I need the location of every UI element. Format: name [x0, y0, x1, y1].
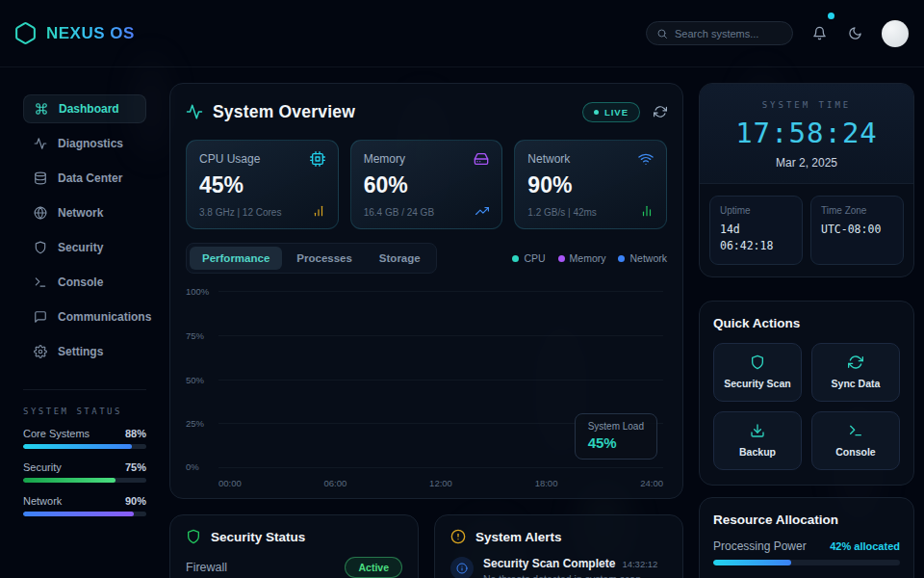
- hexagon-logo-icon: [13, 21, 38, 45]
- stat-sub: 1.2 GB/s | 42ms: [527, 207, 597, 218]
- uptime-box: Uptime 14d 06:42:18: [709, 196, 803, 265]
- stat-label: Memory: [364, 152, 405, 166]
- tab-processes[interactable]: Processes: [284, 247, 365, 270]
- stat-sub: 16.4 GB / 24 GB: [364, 207, 434, 218]
- sidebar-item-label: Diagnostics: [58, 137, 123, 150]
- performance-chart[interactable]: 100% 75% 50% 25% 0% 00:00 06:00 12:00 18…: [186, 283, 667, 488]
- theme-toggle-button[interactable]: [846, 24, 864, 42]
- search-box[interactable]: [646, 21, 793, 45]
- sidebar-item-diagnostics[interactable]: Diagnostics: [23, 129, 146, 158]
- status-row-security: Security 75%: [23, 461, 146, 483]
- x-axis-tick: 06:00: [324, 478, 347, 488]
- y-axis-tick: 0%: [186, 460, 213, 471]
- stat-card-network[interactable]: Network 90% 1.2 GB/s | 42ms: [514, 140, 667, 229]
- download-icon: [750, 423, 765, 438]
- timezone-label: Time Zone: [821, 205, 893, 216]
- clock-display: 17:58:24: [709, 117, 904, 149]
- user-avatar[interactable]: [882, 20, 909, 47]
- sync-data-button[interactable]: Sync Data: [811, 343, 900, 402]
- activity-icon: [34, 137, 47, 150]
- sidebar-item-label: Settings: [58, 345, 103, 358]
- sidebar: Dashboard Diagnostics Data Center Networ…: [0, 67, 169, 578]
- notifications-button[interactable]: [810, 24, 829, 42]
- tab-storage[interactable]: Storage: [367, 247, 433, 270]
- button-label: Security Scan: [724, 378, 790, 389]
- resource-label: Processing Power: [713, 539, 807, 553]
- progress-track: [23, 444, 146, 449]
- console-button[interactable]: Console: [811, 411, 900, 470]
- legend-label: Network: [629, 252, 667, 264]
- globe-icon: [34, 206, 47, 220]
- moon-icon: [848, 26, 862, 40]
- stat-label: CPU Usage: [199, 152, 260, 166]
- sidebar-item-label: Console: [58, 276, 103, 289]
- x-axis-tick: 24:00: [640, 478, 663, 488]
- progress-fill: [23, 478, 116, 483]
- card-title: Security Status: [211, 530, 305, 544]
- chart-legend: CPU Memory Network: [512, 252, 667, 264]
- gear-icon: [34, 345, 47, 358]
- sidebar-item-dashboard[interactable]: Dashboard: [23, 94, 146, 123]
- stat-card-cpu[interactable]: CPU Usage 45% 3.8 GHz | 12 Cores: [186, 140, 339, 229]
- backup-button[interactable]: Backup: [713, 411, 802, 470]
- system-time-heading: SYSTEM TIME: [709, 100, 904, 110]
- x-axis-tick: 12:00: [429, 478, 452, 488]
- legend-label: CPU: [524, 252, 545, 264]
- shield-icon: [186, 529, 201, 544]
- y-axis-tick: 75%: [186, 330, 213, 341]
- system-load-label: System Load: [588, 421, 644, 432]
- sidebar-divider: [23, 389, 146, 390]
- progress-fill: [713, 560, 791, 565]
- legend-label: Memory: [570, 252, 606, 264]
- sidebar-item-network[interactable]: Network: [23, 198, 146, 227]
- status-badge: Active: [345, 557, 402, 578]
- sidebar-item-settings[interactable]: Settings: [23, 337, 146, 366]
- progress-track: [23, 478, 146, 483]
- status-name: Security: [23, 461, 62, 473]
- security-scan-button[interactable]: Security Scan: [713, 343, 802, 402]
- button-label: Backup: [739, 446, 776, 458]
- legend-network: Network: [618, 252, 667, 264]
- status-name: Core Systems: [23, 428, 90, 439]
- tab-performance[interactable]: Performance: [190, 247, 282, 270]
- timezone-value: UTC-08:00: [821, 222, 893, 238]
- stat-value: 90%: [527, 174, 654, 197]
- sidebar-item-label: Dashboard: [59, 102, 119, 116]
- progress-track: [713, 560, 900, 565]
- live-dot: [594, 110, 599, 115]
- y-axis-tick: 100%: [186, 286, 213, 297]
- sidebar-item-console[interactable]: Console: [23, 268, 146, 297]
- stat-card-memory[interactable]: Memory 60% 16.4 GB / 24 GB: [350, 140, 503, 229]
- refresh-button[interactable]: [654, 105, 667, 118]
- shield-icon: [750, 355, 765, 370]
- main-content: System Overview LIVE CPU Usage: [169, 83, 683, 578]
- gridline: [218, 380, 663, 381]
- alert-item[interactable]: Security Scan Complete 14:32:12 No threa…: [450, 557, 667, 578]
- resource-value: 42% allocated: [830, 540, 900, 552]
- panel-title: Quick Actions: [713, 316, 900, 330]
- gridline: [218, 291, 663, 292]
- search-input[interactable]: [675, 28, 783, 39]
- button-label: Sync Data: [832, 378, 881, 389]
- uptime-time: 06:42:18: [720, 238, 792, 254]
- y-axis-tick: 50%: [186, 375, 213, 385]
- command-icon: [35, 102, 48, 116]
- firewall-row: Firewall Active: [186, 557, 402, 578]
- progress-fill: [23, 444, 132, 449]
- brand-name: NEXUS OS: [46, 24, 135, 43]
- brand: NEXUS OS: [13, 21, 135, 45]
- system-load-value: 45%: [588, 434, 644, 451]
- timezone-box: Time Zone UTC-08:00: [810, 196, 904, 265]
- sidebar-item-data-center[interactable]: Data Center: [23, 164, 146, 193]
- chat-icon: [34, 310, 47, 324]
- legend-dot: [558, 255, 565, 262]
- status-row-network: Network 90%: [23, 495, 146, 516]
- x-axis: 00:00 06:00 12:00 18:00 24:00: [218, 478, 663, 488]
- wifi-icon: [638, 151, 654, 167]
- alert-description: No threats detected in system scan: [483, 573, 657, 578]
- sidebar-item-communications[interactable]: Communications: [23, 302, 146, 331]
- firewall-label: Firewall: [186, 561, 227, 574]
- sidebar-item-security[interactable]: Security: [23, 233, 146, 262]
- uptime-days: 14d: [720, 222, 792, 238]
- stat-value: 60%: [364, 174, 490, 197]
